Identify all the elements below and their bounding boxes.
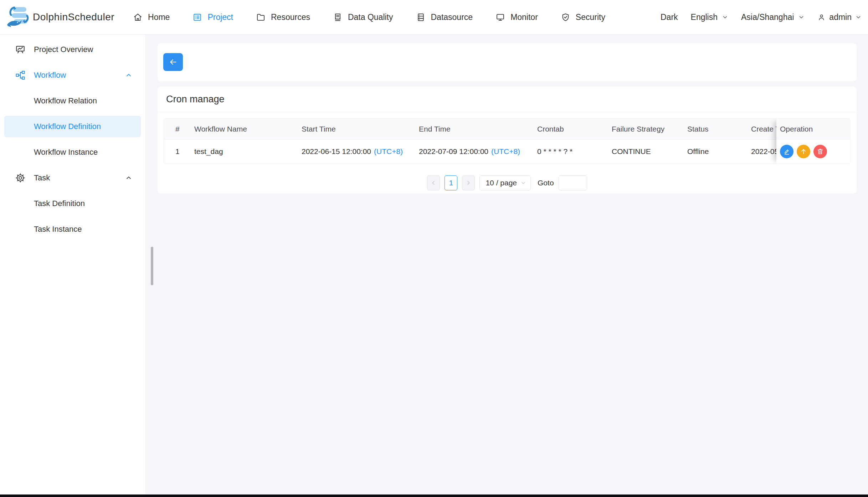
goto-label: Goto: [538, 179, 554, 187]
cell-workflow-name: test_dag: [190, 139, 297, 164]
column-header-status: Status: [683, 119, 747, 139]
page-size-value: 10 / page: [486, 179, 517, 187]
page-number-button[interactable]: 1: [445, 175, 457, 190]
cell-status: Offline: [683, 139, 747, 164]
sidebar-item-workflow-relation[interactable]: Workflow Relation: [4, 90, 141, 112]
nav-item-label: Monitor: [510, 12, 538, 22]
cell-end-time: 2022-07-09 12:00:00(UTC+8): [415, 139, 533, 164]
sidebar-item-task-definition[interactable]: Task Definition: [4, 193, 141, 214]
dolphin-scheduler-logo: [6, 6, 30, 28]
nav-item-label: Datasource: [431, 12, 473, 22]
goto-page-input[interactable]: [559, 175, 587, 190]
end-time-value: 2022-07-09 12:00:00: [419, 147, 488, 155]
cell-crontab: 0 * * * * ? *: [533, 139, 607, 164]
nav-item-label: Data Quality: [348, 12, 393, 22]
start-time-timezone: (UTC+8): [374, 147, 403, 155]
sidebar-item-label: Workflow Definition: [34, 122, 101, 131]
edit-button[interactable]: [780, 145, 793, 158]
table-header-row: # Workflow Name Start Time End Time Cron…: [164, 119, 851, 139]
sidebar-scrollbar-thumb[interactable]: [151, 247, 153, 285]
column-header-crontab: Crontab: [533, 119, 607, 139]
nav-item-resources[interactable]: Resources: [256, 12, 310, 22]
toolbar-card: [158, 43, 857, 81]
sidebar-item-label: Task Definition: [34, 199, 85, 208]
chevron-down-icon: [520, 180, 526, 186]
theme-toggle[interactable]: Dark: [661, 12, 678, 22]
column-header-index: #: [164, 119, 190, 139]
back-button[interactable]: [163, 53, 183, 71]
chevron-down-icon: [798, 14, 805, 20]
home-icon: [133, 12, 143, 22]
timezone-label: Asia/Shanghai: [741, 12, 794, 22]
cell-index: 1: [164, 139, 190, 164]
sidebar-item-project-overview[interactable]: Project Overview: [4, 39, 141, 60]
edit-icon: [783, 148, 791, 155]
column-header-end-time: End Time: [415, 119, 533, 139]
sidebar-item-task-instance[interactable]: Task Instance: [4, 219, 141, 240]
chevron-down-icon: [722, 14, 728, 20]
language-label: English: [691, 12, 718, 22]
operation-fixed-column: Operation: [776, 119, 850, 164]
username-label: admin: [829, 12, 852, 22]
column-header-workflow-name: Workflow Name: [190, 119, 297, 139]
chevron-left-icon: [430, 180, 437, 186]
column-header-start-time: Start Time: [297, 119, 415, 139]
sidebar-item-workflow[interactable]: Workflow: [4, 65, 141, 86]
top-navigation: Home Project Resources: [133, 12, 605, 22]
sidebar-item-workflow-instance[interactable]: Workflow Instance: [4, 142, 141, 163]
sidebar-item-label: Project Overview: [34, 45, 93, 54]
sidebar-item-task[interactable]: Task: [4, 167, 141, 189]
sidebar-item-label: Workflow: [34, 71, 66, 80]
arrow-left-icon: [169, 57, 178, 67]
delete-button[interactable]: [813, 145, 827, 158]
page-title: Cron manage: [158, 87, 857, 112]
chevron-down-icon: [855, 14, 862, 20]
presentation-chart-icon: [14, 44, 26, 55]
pagination: 1 10 / page Goto: [158, 175, 857, 190]
nav-item-label: Project: [207, 12, 233, 22]
brand-title: DolphinScheduler: [33, 11, 114, 23]
chevron-up-icon: [125, 72, 132, 79]
nav-item-monitor[interactable]: Monitor: [495, 12, 538, 22]
bottom-edge-bar: [0, 495, 868, 497]
nav-item-datasource[interactable]: Datasource: [416, 12, 473, 22]
sidebar-item-label: Task: [34, 173, 50, 183]
nav-item-home[interactable]: Home: [133, 12, 170, 22]
sidebar: Project Overview Workflow Workflow Relat…: [0, 35, 145, 495]
brand[interactable]: DolphinScheduler: [0, 6, 114, 28]
chevron-right-icon: [465, 180, 472, 186]
timezone-dropdown[interactable]: Asia/Shanghai: [741, 12, 805, 22]
sidebar-item-label: Workflow Relation: [34, 96, 97, 106]
chevron-up-icon: [125, 174, 132, 181]
nav-item-project[interactable]: Project: [192, 12, 233, 22]
gear-icon: [14, 173, 26, 183]
nav-item-security[interactable]: Security: [561, 12, 605, 22]
go-online-button[interactable]: [797, 145, 810, 158]
user-icon: [817, 13, 826, 21]
cron-table: # Workflow Name Start Time End Time Cron…: [164, 118, 851, 164]
nav-item-label: Resources: [271, 12, 310, 22]
project-list-icon: [192, 12, 202, 22]
workflow-nodes-icon: [14, 70, 26, 81]
nav-item-data-quality[interactable]: Data Quality: [333, 12, 393, 22]
column-header-operation: Operation: [776, 119, 850, 139]
cell-failure-strategy: CONTINUE: [607, 139, 683, 164]
security-shield-icon: [561, 12, 570, 22]
start-time-value: 2022-06-15 12:00:00: [302, 147, 371, 155]
trash-icon: [816, 148, 824, 155]
previous-page-button[interactable]: [427, 175, 440, 190]
table-row: 1 test_dag 2022-06-15 12:00:00(UTC+8) 20…: [164, 139, 851, 164]
next-page-button[interactable]: [462, 175, 475, 190]
page-size-select[interactable]: 10 / page: [479, 175, 531, 190]
user-menu[interactable]: admin: [817, 12, 862, 22]
nav-item-label: Security: [576, 12, 605, 22]
language-dropdown[interactable]: English: [691, 12, 728, 22]
sidebar-item-label: Task Instance: [34, 225, 82, 234]
folder-icon: [256, 12, 266, 22]
header-right-controls: Dark English Asia/Shanghai admin: [661, 12, 868, 22]
sidebar-item-workflow-definition[interactable]: Workflow Definition: [4, 116, 141, 137]
column-header-failure-strategy: Failure Strategy: [607, 119, 683, 139]
cron-manage-card: Cron manage # Workflow Name Start Time E…: [158, 87, 857, 194]
data-quality-icon: [333, 12, 343, 22]
top-header: DolphinScheduler Home Project: [0, 0, 868, 35]
